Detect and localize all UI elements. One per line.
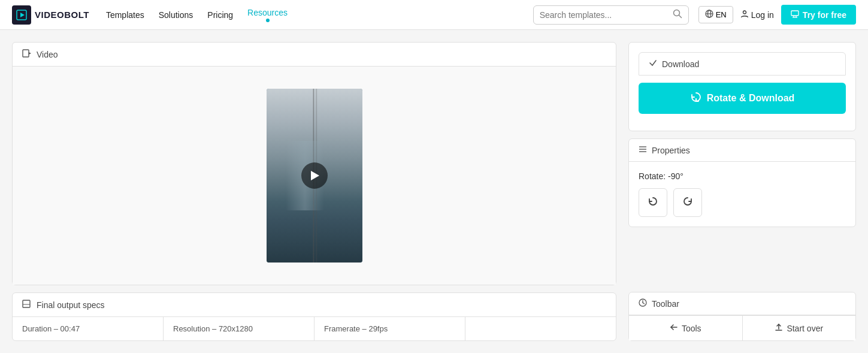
search-icon-button[interactable] (673, 9, 682, 21)
main-container: Video Final output (0, 30, 868, 353)
specs-row: Duration – 00:47 Resolution – 720x1280 F… (13, 317, 616, 340)
svg-line-22 (643, 303, 645, 304)
svg-rect-8 (791, 11, 799, 16)
svg-line-3 (679, 15, 681, 17)
navbar: VIDEOBOLT Templates Solutions Pricing Re… (0, 0, 868, 30)
tools-label: Tools (682, 324, 701, 333)
language-button[interactable]: EN (698, 6, 733, 23)
login-button[interactable]: Log in (740, 10, 774, 20)
video-header: Video (13, 43, 616, 67)
rotate-left-button[interactable] (639, 188, 667, 217)
specs-label: Final output specs (37, 300, 105, 310)
try-label: Try for free (803, 10, 846, 20)
rotate-left-icon (647, 195, 659, 210)
video-body (13, 67, 616, 285)
lang-label: EN (716, 10, 727, 19)
toolbar-section: Toolbar Tools (628, 292, 856, 341)
login-label: Log in (751, 10, 774, 20)
rotate-value-label: Rotate: -90° (639, 171, 846, 181)
properties-label: Properties (652, 146, 690, 155)
menu-icon (639, 145, 647, 155)
rotate-buttons (639, 188, 846, 217)
nav-solutions[interactable]: Solutions (159, 10, 193, 20)
svg-marker-13 (29, 52, 31, 55)
right-wrapper: Download Rotate & Download (628, 42, 856, 341)
login-icon (740, 10, 749, 20)
video-label: Video (37, 50, 58, 59)
rotate-right-icon (682, 195, 694, 210)
video-section: Video (12, 42, 616, 285)
properties-section: Properties Rotate: -90° (628, 138, 856, 227)
nav-right: EN Log in Try for free (698, 5, 856, 25)
svg-rect-12 (23, 50, 29, 57)
spec-duration: Duration – 00:47 (13, 317, 164, 340)
upload-icon (775, 323, 783, 333)
properties-body: Rotate: -90° (629, 162, 855, 227)
play-button[interactable] (301, 162, 328, 189)
left-panel: Video Final output (12, 42, 616, 341)
search-bar (533, 5, 689, 25)
toolbar-label: Toolbar (652, 299, 679, 309)
download-label: Download (662, 59, 699, 69)
spec-framerate: Framerate – 29fps (314, 317, 465, 340)
rotate-right-button[interactable] (673, 188, 702, 217)
logo-text: VIDEOBOLT (35, 10, 89, 20)
toolbar-buttons: Tools Start over (629, 315, 855, 340)
rotate-download-icon (690, 91, 702, 105)
start-over-button[interactable]: Start over (743, 316, 856, 340)
tv-icon (791, 10, 799, 20)
nav-resources[interactable]: Resources (247, 8, 288, 22)
download-section: Download Rotate & Download (628, 42, 856, 131)
nav-pricing[interactable]: Pricing (207, 10, 233, 20)
nav-links: Templates Solutions Pricing Resources (106, 8, 524, 22)
svg-marker-1 (20, 13, 25, 17)
toolbar-header: Toolbar (629, 292, 855, 315)
specs-icon (22, 299, 32, 310)
svg-point-7 (743, 11, 746, 14)
download-header: Download (639, 52, 846, 76)
start-over-label: Start over (787, 324, 823, 333)
tools-button[interactable]: Tools (629, 316, 743, 340)
search-input[interactable] (540, 10, 673, 20)
try-for-free-button[interactable]: Try for free (781, 5, 856, 25)
nav-templates[interactable]: Templates (106, 10, 144, 20)
clock-icon (639, 298, 647, 309)
properties-header: Properties (629, 139, 855, 162)
spec-resolution: Resolution – 720x1280 (164, 317, 314, 340)
logo-icon (12, 5, 31, 25)
video-thumbnail[interactable] (267, 89, 362, 263)
back-arrow-icon (670, 323, 678, 333)
specs-header: Final output specs (13, 293, 616, 317)
logo[interactable]: VIDEOBOLT (12, 5, 89, 25)
rotate-download-label: Rotate & Download (707, 93, 795, 104)
check-icon (649, 59, 657, 69)
video-icon (22, 49, 32, 60)
rotate-download-button[interactable]: Rotate & Download (639, 83, 846, 114)
svg-rect-14 (23, 300, 30, 307)
specs-section: Final output specs Duration – 00:47 Reso… (12, 292, 616, 341)
spec-empty (465, 317, 616, 340)
globe-icon (705, 10, 713, 20)
